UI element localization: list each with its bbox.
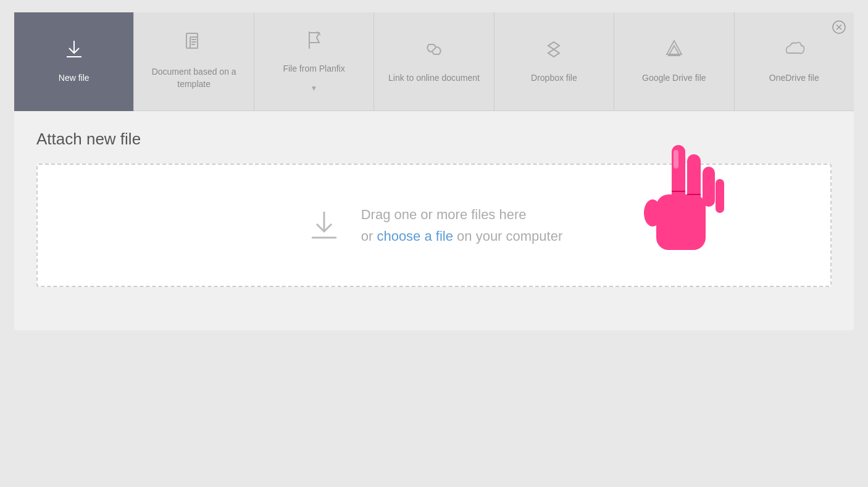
tab-doc-template-label: Document based on a template [140,66,247,90]
drop-text-before: Drag one or more files here [361,207,527,222]
dialog-wrapper: New file Document based on a template [0,0,868,487]
tab-bar: New file Document based on a template [14,12,854,111]
download-icon [63,38,85,64]
tab-dropbox-label: Dropbox file [531,72,577,85]
drop-upload-icon [306,206,343,245]
tab-onedrive-label: OneDrive file [769,72,819,85]
dialog: New file Document based on a template [14,12,854,330]
svg-marker-13 [548,42,559,49]
tab-file-planfix-label: File from Planfix [283,63,344,75]
tab-new-file[interactable]: New file [14,12,134,111]
content-area: Attach new file Drag one or more files h… [14,111,854,306]
tab-google-drive-label: Google Drive file [642,72,706,85]
tab-dropbox[interactable]: Dropbox file [495,12,614,111]
document-icon [183,32,205,57]
drop-text-or: or [361,228,373,244]
tab-link-online-label: Link to online document [388,72,480,85]
svg-line-11 [432,47,436,52]
choose-file-link[interactable]: choose a file [377,228,453,244]
flag-icon [303,29,325,54]
tab-new-file-label: New file [59,72,90,85]
tab-doc-template[interactable]: Document based on a template [134,12,254,111]
dropbox-icon [543,38,565,64]
svg-marker-15 [667,41,682,54]
svg-rect-5 [186,33,198,48]
drop-text: Drag one or more files here or choose a … [361,204,563,247]
svg-marker-14 [548,49,559,57]
page-title: Attach new file [36,130,832,149]
tab-google-drive[interactable]: Google Drive file [614,12,734,111]
tab-link-online[interactable]: Link to online document [374,12,494,111]
drop-zone[interactable]: Drag one or more files here or choose a … [36,164,832,287]
link-icon [423,38,445,64]
close-button[interactable] [830,19,848,36]
dropdown-arrow-icon: ▼ [311,83,318,94]
tab-file-planfix[interactable]: File from Planfix ▼ [254,12,374,111]
google-drive-icon [663,38,685,64]
drop-text-after: on your computer [457,228,562,244]
onedrive-icon [783,38,805,64]
